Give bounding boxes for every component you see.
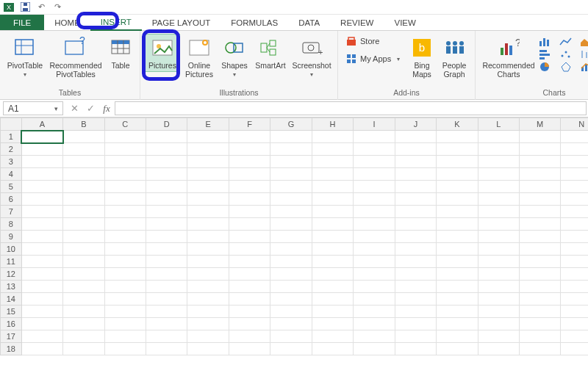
online-pictures-button[interactable]: OnlinePictures xyxy=(182,34,217,81)
cell[interactable] xyxy=(561,143,588,156)
row-header[interactable]: 18 xyxy=(1,343,22,355)
cell[interactable] xyxy=(478,143,519,156)
cell[interactable] xyxy=(312,343,353,355)
cell[interactable] xyxy=(21,343,62,355)
cell[interactable] xyxy=(270,193,312,206)
cell[interactable] xyxy=(395,218,436,231)
cell[interactable] xyxy=(395,206,436,218)
cell[interactable] xyxy=(229,243,270,256)
line-chart-icon[interactable] xyxy=(559,37,573,47)
cell[interactable] xyxy=(395,193,436,206)
cell[interactable] xyxy=(395,343,436,355)
fx-icon[interactable]: fx xyxy=(98,103,115,115)
cell[interactable] xyxy=(312,281,353,293)
cell[interactable] xyxy=(104,306,146,318)
cell[interactable] xyxy=(519,281,560,293)
cell[interactable] xyxy=(229,131,270,143)
column-header[interactable]: B xyxy=(63,118,104,131)
cell[interactable] xyxy=(561,330,588,343)
cell[interactable] xyxy=(104,181,146,193)
cell[interactable] xyxy=(478,193,519,206)
people-graph-button[interactable]: PeopleGraph xyxy=(438,34,470,81)
cell[interactable] xyxy=(229,330,270,343)
cell[interactable] xyxy=(187,181,229,193)
cell[interactable] xyxy=(187,143,229,156)
cell[interactable] xyxy=(519,243,560,256)
cell[interactable] xyxy=(146,293,187,306)
column-header[interactable]: J xyxy=(395,118,436,131)
cell[interactable] xyxy=(229,293,270,306)
cell[interactable] xyxy=(63,156,104,168)
cell[interactable] xyxy=(561,206,588,218)
cell[interactable] xyxy=(437,168,478,181)
row-header[interactable]: 8 xyxy=(1,218,22,231)
tab-review[interactable]: REVIEW xyxy=(330,15,384,30)
cell[interactable] xyxy=(229,318,270,330)
cell[interactable] xyxy=(21,293,62,306)
row-header[interactable]: 17 xyxy=(1,330,22,343)
cell[interactable] xyxy=(561,306,588,318)
spreadsheet-grid[interactable]: ABCDEFGHIJKLMN 1234567891011121314151617… xyxy=(0,118,588,376)
cell[interactable] xyxy=(229,206,270,218)
cell[interactable] xyxy=(437,131,478,143)
row-header[interactable]: 11 xyxy=(1,256,22,268)
cell[interactable] xyxy=(312,243,353,256)
cell[interactable] xyxy=(437,330,478,343)
cell[interactable] xyxy=(187,306,229,318)
tab-home[interactable]: HOME xyxy=(44,15,90,30)
pie-chart-icon[interactable] xyxy=(539,62,552,72)
cell[interactable] xyxy=(478,131,519,143)
save-icon[interactable] xyxy=(19,1,31,13)
cell[interactable] xyxy=(104,293,146,306)
cell[interactable] xyxy=(63,268,104,281)
cell[interactable] xyxy=(63,193,104,206)
cell[interactable] xyxy=(312,256,353,268)
cell[interactable] xyxy=(354,343,395,355)
cell[interactable] xyxy=(270,131,312,143)
cell[interactable] xyxy=(104,206,146,218)
cell[interactable] xyxy=(229,156,270,168)
row-header[interactable]: 3 xyxy=(1,156,22,168)
cell[interactable] xyxy=(146,318,187,330)
cell[interactable] xyxy=(519,206,560,218)
column-header[interactable]: L xyxy=(478,118,519,131)
cell[interactable] xyxy=(104,218,146,231)
cell[interactable] xyxy=(561,343,588,355)
cell[interactable] xyxy=(561,293,588,306)
cell[interactable] xyxy=(270,293,312,306)
cell[interactable] xyxy=(354,256,395,268)
cell[interactable] xyxy=(146,143,187,156)
cell[interactable] xyxy=(561,181,588,193)
cell[interactable] xyxy=(63,231,104,243)
smartart-button[interactable]: SmartArt xyxy=(252,34,289,72)
row-header[interactable]: 12 xyxy=(1,268,22,281)
cell[interactable] xyxy=(146,343,187,355)
cell[interactable] xyxy=(312,306,353,318)
cell[interactable] xyxy=(229,193,270,206)
cancel-formula-icon[interactable]: ✕ xyxy=(66,103,82,114)
cell[interactable] xyxy=(146,256,187,268)
cell[interactable] xyxy=(519,293,560,306)
myapps-button[interactable]: My Apps xyxy=(343,51,406,66)
cell[interactable] xyxy=(395,306,436,318)
cell[interactable] xyxy=(437,143,478,156)
cell[interactable] xyxy=(187,231,229,243)
cell[interactable] xyxy=(478,306,519,318)
column-header[interactable]: M xyxy=(519,118,560,131)
cell[interactable] xyxy=(270,268,312,281)
cell[interactable] xyxy=(312,206,353,218)
cell[interactable] xyxy=(63,281,104,293)
row-header[interactable]: 1 xyxy=(1,131,22,143)
cell[interactable] xyxy=(146,231,187,243)
row-header[interactable]: 15 xyxy=(1,306,22,318)
cell[interactable] xyxy=(312,168,353,181)
cell[interactable] xyxy=(312,156,353,168)
cell[interactable] xyxy=(104,256,146,268)
cell[interactable] xyxy=(354,218,395,231)
row-header[interactable]: 13 xyxy=(1,281,22,293)
cell[interactable] xyxy=(187,243,229,256)
cell[interactable] xyxy=(437,293,478,306)
cell[interactable] xyxy=(104,168,146,181)
cell[interactable] xyxy=(104,330,146,343)
cell[interactable] xyxy=(63,168,104,181)
